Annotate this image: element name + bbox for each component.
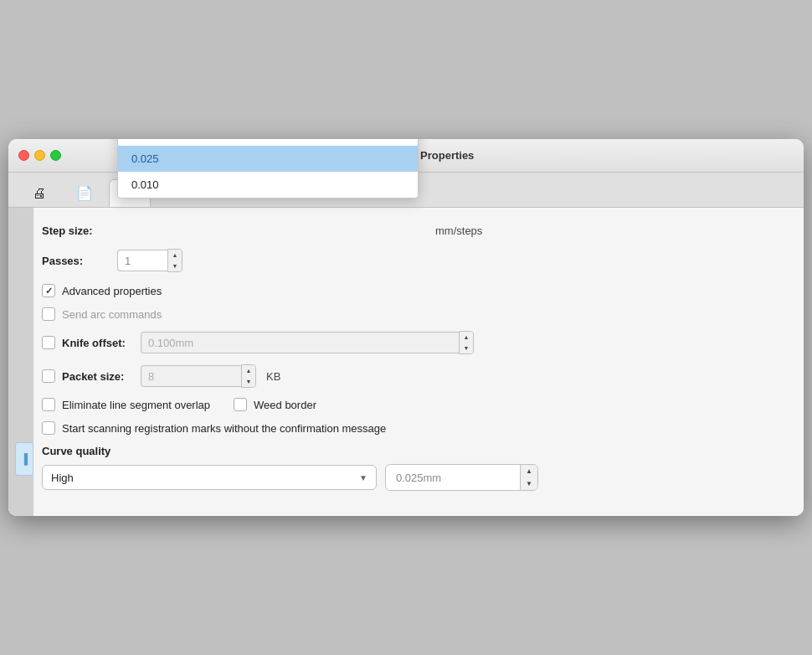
curve-quality-stepper: ▲ ▼ [520, 465, 537, 490]
panel-icon: ▐ [21, 453, 28, 465]
packet-size-checkbox[interactable] [42, 369, 55, 383]
send-arc-checkbox[interactable] [42, 307, 55, 321]
start-scanning-row: Start scanning registration marks withou… [42, 421, 779, 435]
send-arc-row: Send arc commands [42, 307, 779, 321]
document-icon: 📄 [76, 185, 93, 201]
knife-offset-input-group: ▲ ▼ [141, 331, 474, 354]
knife-offset-decrement[interactable]: ▼ [460, 343, 473, 353]
passes-input-group: ▲ ▼ [117, 249, 182, 272]
curve-quality-row: High ▼ 0.025mm ▲ ▼ [42, 464, 779, 491]
passes-label: Passes: [42, 255, 109, 267]
sidebar-panel-button[interactable]: ▐ [15, 442, 33, 476]
passes-decrement[interactable]: ▼ [168, 260, 182, 271]
advanced-properties-label: Advanced properties [62, 285, 162, 297]
tab-print[interactable]: 🖨 [18, 179, 60, 207]
step-size-dropdown-menu[interactable]: 0.100 0.050 0.025 0.010 [117, 139, 419, 199]
minimize-button[interactable] [34, 150, 45, 161]
advanced-properties-row: Advanced properties [42, 284, 779, 297]
passes-increment[interactable]: ▲ [168, 250, 182, 260]
knife-offset-input[interactable] [141, 332, 459, 353]
knife-offset-checkbox[interactable] [42, 336, 55, 349]
knife-offset-increment[interactable]: ▲ [460, 332, 473, 343]
packet-size-input[interactable] [141, 365, 241, 387]
eliminate-overlap-checkbox[interactable] [42, 398, 55, 411]
step-size-unit: mm/steps [435, 224, 482, 237]
dropdown-option-0050[interactable]: 0.050 [118, 139, 418, 146]
start-scanning-label: Start scanning registration marks withou… [62, 422, 386, 435]
eliminate-weed-row: Eliminate line segment overlap Weed bord… [42, 398, 779, 411]
packet-size-row: Packet size: ▲ ▼ KB [42, 364, 779, 388]
curve-quality-dropdown[interactable]: High ▼ [42, 465, 377, 490]
main-window: CM4 Default Job Properties 🖨 📄 ✒ ▐ Step … [8, 139, 804, 516]
advanced-properties-checkbox[interactable] [42, 284, 55, 297]
weed-border-checkbox[interactable] [234, 398, 247, 411]
knife-offset-stepper: ▲ ▼ [459, 331, 474, 354]
eliminate-overlap-label: Eliminate line segment overlap [62, 399, 210, 411]
curve-quality-increment[interactable]: ▲ [521, 465, 537, 477]
packet-size-input-group: ▲ ▼ [141, 364, 256, 388]
tab-document[interactable]: 📄 [62, 179, 107, 207]
passes-input[interactable] [117, 250, 167, 271]
knife-offset-label: Knife offset: [62, 337, 129, 349]
print-icon: 🖨 [33, 186, 46, 201]
passes-row: Passes: ▲ ▼ [42, 249, 779, 272]
passes-stepper: ▲ ▼ [167, 249, 182, 272]
step-size-row: Step size: 0.100 0.050 0.025 [42, 224, 779, 237]
packet-size-decrement[interactable]: ▼ [242, 376, 255, 387]
packet-size-increment[interactable]: ▲ [242, 365, 255, 376]
packet-size-unit: KB [266, 370, 280, 383]
content-area: ▐ Step size: 0.100 0.050 [8, 208, 804, 516]
curve-quality-value: High [51, 472, 74, 484]
curve-quality-decrement[interactable]: ▼ [521, 477, 537, 490]
traffic-lights [18, 150, 61, 161]
close-button[interactable] [18, 150, 29, 161]
start-scanning-checkbox[interactable] [42, 421, 55, 435]
weed-border-label: Weed border [254, 399, 316, 411]
knife-offset-row: Knife offset: ▲ ▼ [42, 331, 779, 354]
send-arc-label: Send arc commands [62, 308, 162, 321]
step-size-label: Step size: [42, 224, 109, 237]
packet-size-label: Packet size: [62, 370, 129, 383]
dropdown-option-0010[interactable]: 0.010 [118, 172, 418, 198]
curve-quality-mm-display: 0.025mm ▲ ▼ [385, 464, 538, 491]
curve-quality-arrow: ▼ [359, 473, 367, 482]
packet-size-stepper: ▲ ▼ [241, 364, 256, 388]
maximize-button[interactable] [50, 150, 61, 161]
curve-quality-mm-value: 0.025mm [386, 465, 520, 490]
curve-quality-section-label: Curve quality [42, 445, 779, 457]
dropdown-option-0025[interactable]: 0.025 [118, 146, 418, 172]
